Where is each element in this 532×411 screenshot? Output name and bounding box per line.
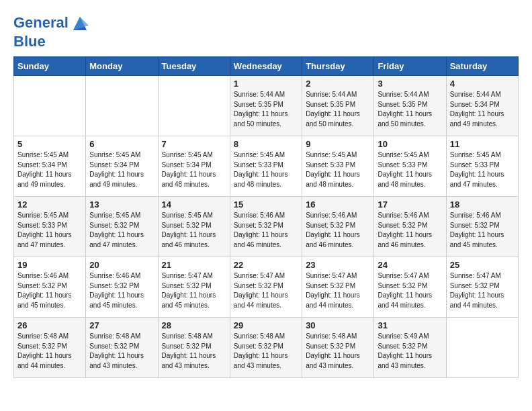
day-info: Sunrise: 5:45 AM Sunset: 5:34 PM Dayligh…: [89, 150, 154, 189]
day-number: 2: [306, 79, 370, 89]
day-number: 3: [378, 79, 442, 89]
day-info: Sunrise: 5:44 AM Sunset: 5:35 PM Dayligh…: [234, 90, 298, 129]
day-number: 23: [306, 260, 370, 270]
day-info: Sunrise: 5:47 AM Sunset: 5:32 PM Dayligh…: [306, 271, 370, 310]
calendar-cell: 26Sunrise: 5:48 AM Sunset: 5:32 PM Dayli…: [14, 318, 86, 378]
col-header-monday: Monday: [86, 57, 158, 76]
calendar-cell: 21Sunrise: 5:47 AM Sunset: 5:32 PM Dayli…: [158, 257, 230, 318]
day-number: 6: [89, 139, 154, 149]
calendar-table: SundayMondayTuesdayWednesdayThursdayFrid…: [13, 56, 519, 378]
calendar-cell: 10Sunrise: 5:45 AM Sunset: 5:33 PM Dayli…: [374, 136, 446, 197]
calendar-cell: 16Sunrise: 5:46 AM Sunset: 5:32 PM Dayli…: [302, 197, 374, 257]
calendar-cell: 7Sunrise: 5:45 AM Sunset: 5:34 PM Daylig…: [158, 136, 230, 197]
calendar-header-row: SundayMondayTuesdayWednesdayThursdayFrid…: [14, 57, 519, 76]
calendar-week-row: 26Sunrise: 5:48 AM Sunset: 5:32 PM Dayli…: [14, 318, 519, 378]
day-number: 4: [450, 79, 515, 89]
day-info: Sunrise: 5:47 AM Sunset: 5:32 PM Dayligh…: [450, 271, 515, 310]
day-info: Sunrise: 5:48 AM Sunset: 5:32 PM Dayligh…: [162, 332, 226, 371]
day-info: Sunrise: 5:45 AM Sunset: 5:33 PM Dayligh…: [234, 150, 298, 189]
day-number: 29: [234, 320, 298, 330]
calendar-cell: 11Sunrise: 5:45 AM Sunset: 5:33 PM Dayli…: [446, 136, 518, 197]
col-header-wednesday: Wednesday: [230, 57, 302, 76]
logo: GeneralBlue: [13, 13, 90, 50]
day-number: 30: [306, 320, 370, 330]
calendar-week-row: 12Sunrise: 5:45 AM Sunset: 5:33 PM Dayli…: [14, 197, 519, 257]
day-info: Sunrise: 5:49 AM Sunset: 5:32 PM Dayligh…: [378, 332, 442, 371]
day-info: Sunrise: 5:46 AM Sunset: 5:32 PM Dayligh…: [450, 211, 515, 250]
day-info: Sunrise: 5:45 AM Sunset: 5:33 PM Dayligh…: [450, 150, 515, 189]
page-header: GeneralBlue: [13, 13, 519, 50]
col-header-saturday: Saturday: [446, 57, 518, 76]
day-info: Sunrise: 5:46 AM Sunset: 5:32 PM Dayligh…: [306, 211, 370, 250]
day-info: Sunrise: 5:45 AM Sunset: 5:34 PM Dayligh…: [162, 150, 226, 189]
calendar-cell: 23Sunrise: 5:47 AM Sunset: 5:32 PM Dayli…: [302, 257, 374, 318]
day-info: Sunrise: 5:48 AM Sunset: 5:32 PM Dayligh…: [234, 332, 298, 371]
day-number: 8: [234, 139, 298, 149]
calendar-cell: 1Sunrise: 5:44 AM Sunset: 5:35 PM Daylig…: [230, 76, 302, 136]
day-info: Sunrise: 5:48 AM Sunset: 5:32 PM Dayligh…: [306, 332, 370, 371]
calendar-cell: 6Sunrise: 5:45 AM Sunset: 5:34 PM Daylig…: [86, 136, 158, 197]
day-number: 17: [378, 199, 442, 210]
col-header-sunday: Sunday: [14, 57, 86, 76]
calendar-cell: 9Sunrise: 5:45 AM Sunset: 5:33 PM Daylig…: [302, 136, 374, 197]
calendar-cell: [158, 76, 230, 136]
day-number: 31: [378, 320, 442, 330]
day-info: Sunrise: 5:47 AM Sunset: 5:32 PM Dayligh…: [234, 271, 298, 310]
day-info: Sunrise: 5:45 AM Sunset: 5:34 PM Dayligh…: [17, 150, 82, 189]
day-info: Sunrise: 5:47 AM Sunset: 5:32 PM Dayligh…: [162, 271, 226, 310]
day-number: 22: [234, 260, 298, 270]
day-number: 5: [17, 139, 82, 149]
day-info: Sunrise: 5:48 AM Sunset: 5:32 PM Dayligh…: [89, 332, 154, 371]
day-number: 27: [89, 320, 154, 330]
day-number: 18: [450, 199, 515, 210]
calendar-cell: 24Sunrise: 5:47 AM Sunset: 5:32 PM Dayli…: [374, 257, 446, 318]
day-number: 19: [17, 260, 82, 270]
col-header-friday: Friday: [374, 57, 446, 76]
calendar-cell: 30Sunrise: 5:48 AM Sunset: 5:32 PM Dayli…: [302, 318, 374, 378]
day-number: 26: [17, 320, 82, 330]
calendar-cell: [14, 76, 86, 136]
day-number: 11: [450, 139, 515, 149]
calendar-cell: [86, 76, 158, 136]
day-number: 12: [17, 199, 82, 210]
calendar-cell: 19Sunrise: 5:46 AM Sunset: 5:32 PM Dayli…: [14, 257, 86, 318]
col-header-tuesday: Tuesday: [158, 57, 230, 76]
day-number: 25: [450, 260, 515, 270]
calendar-cell: 18Sunrise: 5:46 AM Sunset: 5:32 PM Dayli…: [446, 197, 518, 257]
day-info: Sunrise: 5:46 AM Sunset: 5:32 PM Dayligh…: [17, 271, 82, 310]
day-info: Sunrise: 5:45 AM Sunset: 5:33 PM Dayligh…: [17, 211, 82, 250]
calendar-cell: 12Sunrise: 5:45 AM Sunset: 5:33 PM Dayli…: [14, 197, 86, 257]
day-number: 16: [306, 199, 370, 210]
col-header-thursday: Thursday: [302, 57, 374, 76]
day-number: 14: [162, 199, 226, 210]
logo-text: GeneralBlue: [13, 13, 90, 50]
calendar-cell: 3Sunrise: 5:44 AM Sunset: 5:35 PM Daylig…: [374, 76, 446, 136]
day-info: Sunrise: 5:46 AM Sunset: 5:32 PM Dayligh…: [234, 211, 298, 250]
day-number: 15: [234, 199, 298, 210]
calendar-cell: 29Sunrise: 5:48 AM Sunset: 5:32 PM Dayli…: [230, 318, 302, 378]
calendar-cell: [446, 318, 518, 378]
day-info: Sunrise: 5:44 AM Sunset: 5:35 PM Dayligh…: [306, 90, 370, 129]
calendar-cell: 2Sunrise: 5:44 AM Sunset: 5:35 PM Daylig…: [302, 76, 374, 136]
day-number: 7: [162, 139, 226, 149]
calendar-cell: 15Sunrise: 5:46 AM Sunset: 5:32 PM Dayli…: [230, 197, 302, 257]
day-info: Sunrise: 5:45 AM Sunset: 5:32 PM Dayligh…: [89, 211, 154, 250]
day-info: Sunrise: 5:45 AM Sunset: 5:33 PM Dayligh…: [378, 150, 442, 189]
day-info: Sunrise: 5:46 AM Sunset: 5:32 PM Dayligh…: [378, 211, 442, 250]
day-number: 28: [162, 320, 226, 330]
calendar-cell: 27Sunrise: 5:48 AM Sunset: 5:32 PM Dayli…: [86, 318, 158, 378]
calendar-cell: 28Sunrise: 5:48 AM Sunset: 5:32 PM Dayli…: [158, 318, 230, 378]
calendar-cell: 5Sunrise: 5:45 AM Sunset: 5:34 PM Daylig…: [14, 136, 86, 197]
day-info: Sunrise: 5:44 AM Sunset: 5:35 PM Dayligh…: [378, 90, 442, 129]
day-info: Sunrise: 5:48 AM Sunset: 5:32 PM Dayligh…: [17, 332, 82, 371]
calendar-cell: 25Sunrise: 5:47 AM Sunset: 5:32 PM Dayli…: [446, 257, 518, 318]
day-number: 13: [89, 199, 154, 210]
calendar-cell: 14Sunrise: 5:45 AM Sunset: 5:32 PM Dayli…: [158, 197, 230, 257]
day-number: 24: [378, 260, 442, 270]
day-info: Sunrise: 5:45 AM Sunset: 5:33 PM Dayligh…: [306, 150, 370, 189]
calendar-cell: 4Sunrise: 5:44 AM Sunset: 5:34 PM Daylig…: [446, 76, 518, 136]
calendar-cell: 17Sunrise: 5:46 AM Sunset: 5:32 PM Dayli…: [374, 197, 446, 257]
day-info: Sunrise: 5:46 AM Sunset: 5:32 PM Dayligh…: [89, 271, 154, 310]
calendar-cell: 13Sunrise: 5:45 AM Sunset: 5:32 PM Dayli…: [86, 197, 158, 257]
day-number: 1: [234, 79, 298, 89]
